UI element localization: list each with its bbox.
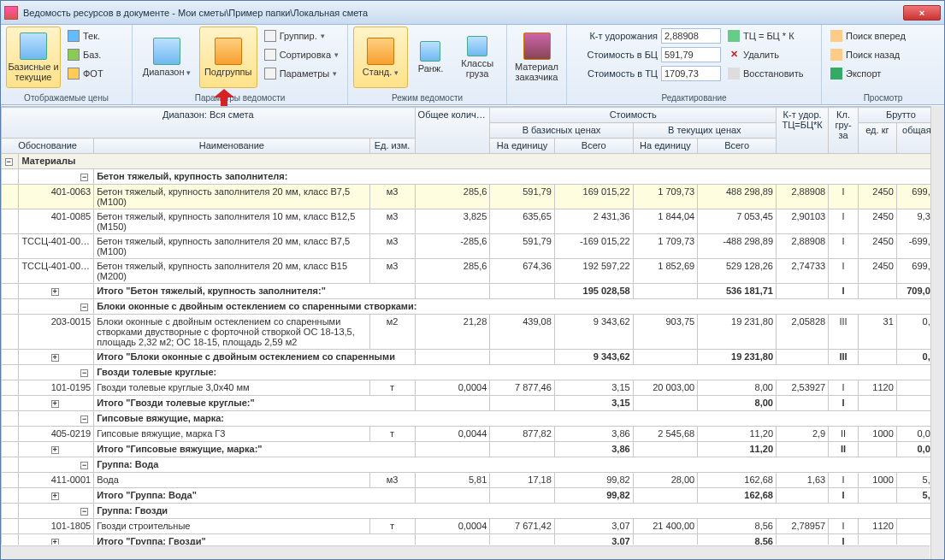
excel-icon [830,68,842,80]
table-row[interactable]: +Итого "Гвозди толевые круглые:"3,158,00… [2,396,944,411]
box-icon [523,32,551,60]
search-back-icon [830,49,842,61]
table-row[interactable]: +Итого "Блоки оконные с двойным остеклен… [2,350,944,365]
table-row[interactable]: 101-1805Гвозди строительныет0,00047 671,… [2,519,944,534]
search-fwd-button[interactable]: Поиск вперед [827,27,909,45]
prices-basecurrent-button[interactable]: Базисные и текущие [6,27,61,88]
table-row[interactable]: 401-0085Бетон тяжелый, крупность заполни… [2,209,944,234]
table-row[interactable]: +Итого "Гипсовые вяжущие, марка:"3,8611,… [2,442,944,457]
prices-fot[interactable]: ФОТ [64,64,107,83]
restore-button: Восстановить [724,64,806,83]
search-back-button[interactable]: Поиск назад [827,45,909,64]
search-fwd-icon [830,30,842,42]
table-row[interactable]: +Итого "Бетон тяжелый, крупность заполни… [2,284,944,299]
export-button[interactable]: Экспорт [827,64,909,83]
coef-input[interactable] [661,28,721,44]
data-grid[interactable]: Диапазон: Вся смета Общее количество Сто… [1,106,944,545]
subgroups-icon [215,38,242,65]
restore-icon [728,68,740,80]
customer-material-button[interactable]: Материал заказчика [512,27,561,88]
ribbon: Базисные и текущие Тек. Баз. ФОТ Отображ… [1,25,944,105]
table-row[interactable]: −Гипсовые вяжущие, марка: [2,411,944,427]
table-row[interactable]: 101-0195Гвозди толевые круглые 3,0х40 мм… [2,380,944,396]
table-row[interactable]: −Группа: Вода [2,457,944,473]
table-row[interactable]: −Блоки оконные с двойным остеклением со … [2,299,944,315]
table-row[interactable]: −Бетон тяжелый, крупность заполнителя: [2,169,944,185]
group-button[interactable]: Группир. [261,27,342,45]
ranked-button[interactable]: Ранж. [411,27,451,88]
table-row[interactable]: −Материалы [2,154,944,169]
ranked-icon [420,41,440,62]
prices-base[interactable]: Баз. [64,45,107,64]
cargo-classes-button[interactable]: Классы груза [453,27,501,88]
resource-table[interactable]: Диапазон: Вся смета Общее количество Сто… [1,107,944,545]
curr-cost-input[interactable] [661,66,721,81]
cargo-icon [467,36,487,56]
delete-icon: ✕ [728,49,740,61]
table-row[interactable]: +Итого "Группа: Гвозди"3,078,56I [2,534,944,545]
table-row[interactable]: −Гвозди толевые круглые: [2,365,944,380]
prices-current[interactable]: Тек. [64,27,107,45]
table-row[interactable]: −Группа: Гвозди [2,504,944,519]
table-row[interactable]: 203-0015Блоки оконные с двойным остеклен… [2,315,944,350]
subgroups-button[interactable]: Подгруппы [199,27,257,88]
base-cost-input[interactable] [661,47,721,62]
window-title: Ведомость ресурсов в документе - Мои сме… [23,8,903,18]
standard-icon [367,38,394,65]
table-icon [20,32,47,60]
titlebar: Ведомость ресурсов в документе - Мои сме… [1,1,944,25]
vertical-scrollbar[interactable] [930,106,944,559]
close-button[interactable]: × [903,5,941,21]
table-row[interactable]: ТССЦ-401-0063Бетон тяжелый, крупность за… [2,234,944,259]
table-row[interactable]: 411-0001Водам35,8117,1899,8228,00162,681… [2,473,944,488]
range-icon [153,38,180,65]
table-row[interactable]: 405-0219Гипсовые вяжущие, марка Г3т0,004… [2,427,944,442]
calc-icon [728,30,740,42]
horizontal-scrollbar[interactable] [1,545,930,559]
app-icon [4,6,18,20]
range-button[interactable]: Диапазон [138,27,196,88]
table-row[interactable]: 401-0063Бетон тяжелый, крупность заполни… [2,185,944,209]
params-button[interactable]: Параметры [261,64,342,83]
standard-button[interactable]: Станд. [353,27,408,88]
table-row[interactable]: ТССЦ-401-0066Бетон тяжелый, крупность за… [2,259,944,284]
formula-button[interactable]: ТЦ = БЦ * К [724,27,806,45]
sort-button[interactable]: Сортировка [261,45,342,64]
delete-button[interactable]: ✕Удалить [724,45,806,64]
table-row[interactable]: +Итого "Группа: Вода"99,82162,68I5,81 [2,488,944,504]
